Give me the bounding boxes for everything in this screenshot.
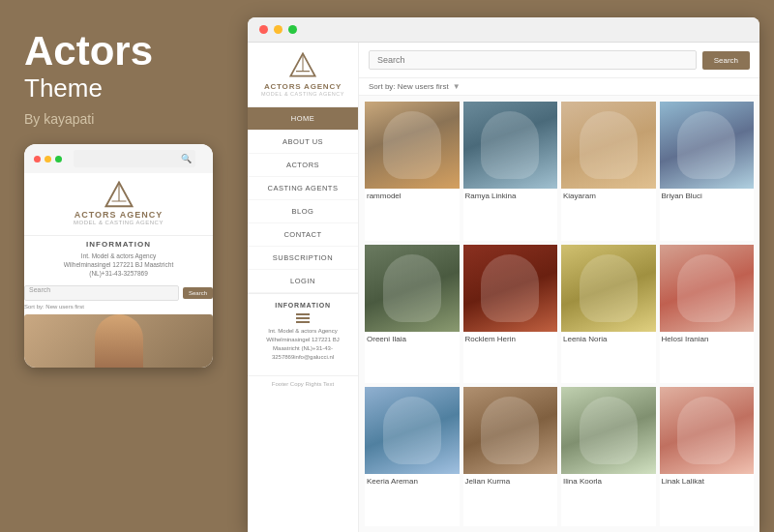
sidebar-item-subscription[interactable]: SUBSCRIPTION [248, 247, 358, 270]
actor-name: Helosi Iranian [660, 332, 755, 346]
actors-grid: rammodelRamya LinkinaKiayaramBriyan Bluc… [359, 96, 759, 532]
browser-chrome [248, 17, 759, 43]
hamburger-icon [296, 313, 310, 323]
mobile-agency-sub: MODEL & CASTING AGENCY [74, 220, 164, 225]
sidebar-nav: HOME ABOUT US ACTORS CASTING AGENTS BLOG… [248, 107, 358, 293]
actor-face-shape [677, 111, 735, 179]
browser-dot-yellow [274, 25, 283, 34]
hamburger-line-2 [296, 317, 310, 319]
mobile-search-row: Search Search [24, 285, 213, 301]
sidebar-agency-name: ACTORS AGENCY [264, 82, 342, 91]
actor-photo [660, 102, 755, 189]
actor-face-shape [481, 111, 539, 179]
actor-face-shape [580, 111, 638, 179]
search-input[interactable] [369, 50, 697, 70]
sidebar-logo-icon [289, 52, 316, 79]
actor-photo [365, 245, 460, 332]
browser-dot-red [259, 25, 268, 34]
actor-face-shape [580, 254, 638, 322]
actor-face-shape [580, 397, 638, 464]
sort-arrow-icon[interactable]: ▼ [453, 82, 461, 91]
browser-window: ACTORS AGENCY MODEL & CASTING AGENCY HOM… [248, 17, 759, 532]
actor-name: Rocklem Herin [463, 332, 558, 346]
sidebar-info-icon-area [255, 313, 350, 323]
actor-face-shape [677, 254, 735, 322]
browser-dot-green [288, 25, 297, 34]
actor-photo [660, 387, 755, 474]
actor-face-shape [481, 254, 539, 322]
actor-card[interactable]: rammodel [365, 102, 460, 241]
actor-card[interactable]: Rocklem Herin [463, 245, 558, 384]
actor-face-shape [677, 397, 735, 464]
mobile-search-input[interactable]: Search [24, 285, 179, 301]
author-credit: By kayapati [24, 111, 94, 127]
actor-card[interactable]: Oreeni Ilaia [365, 245, 460, 384]
actor-face-shape [383, 254, 441, 322]
actor-name: Oreeni Ilaia [365, 332, 460, 346]
sidebar-info-title: INFORMATION [255, 302, 350, 309]
mobile-actor-preview [24, 314, 213, 368]
actor-card[interactable]: Kiayaram [561, 102, 656, 241]
main-search-bar: Search [359, 43, 759, 78]
mobile-dot-red [34, 156, 41, 163]
actor-photo [561, 245, 656, 332]
sidebar-item-contact[interactable]: CONTACT [248, 223, 358, 247]
actor-photo [463, 102, 558, 189]
actor-card[interactable]: Briyan Bluci [660, 102, 755, 241]
main-subtitle: Theme [24, 74, 103, 103]
search-button[interactable]: Search [702, 51, 750, 70]
actor-name: rammodel [365, 189, 460, 203]
main-content: Search Sort by: New users first ▼ rammod… [359, 43, 759, 532]
left-panel: Actors Theme By kayapati 🔍 ACTORS AGENCY… [0, 0, 240, 532]
actor-card[interactable]: Leenia Noria [561, 245, 656, 384]
actor-name: Briyan Bluci [660, 189, 755, 203]
browser-sidebar: ACTORS AGENCY MODEL & CASTING AGENCY HOM… [248, 43, 359, 532]
mobile-search-button[interactable]: Search [183, 287, 213, 299]
actor-photo [660, 245, 755, 332]
sidebar-item-home[interactable]: HOME [248, 107, 358, 131]
actor-photo [561, 102, 656, 189]
mobile-dot-yellow [45, 156, 51, 163]
footer-copy: Footer Copy Rights Text [248, 375, 358, 392]
actor-photo [463, 387, 558, 474]
mobile-dot-green [55, 156, 62, 163]
actor-name: Keeria Areman [365, 474, 460, 488]
mobile-logo-area: ACTORS AGENCY MODEL & CASTING AGENCY [24, 173, 213, 229]
browser-body: ACTORS AGENCY MODEL & CASTING AGENCY HOM… [248, 43, 759, 532]
actor-name: Jelian Kurma [463, 474, 558, 488]
mobile-info-section: INFORMATION Int. Model & actors AgencyWi… [24, 235, 213, 278]
actor-card[interactable]: Ilina Koorla [561, 387, 656, 526]
actor-card[interactable]: Helosi Iranian [660, 245, 755, 384]
actor-photo [365, 387, 460, 474]
sidebar-item-casting[interactable]: CASTING AGENTS [248, 177, 358, 200]
mobile-sort-text: Sort by: New users first [24, 304, 213, 310]
sidebar-item-login[interactable]: LOGIN [248, 270, 358, 293]
sidebar-item-actors[interactable]: ACTORS [248, 154, 358, 177]
actor-card[interactable]: Linak Lalikat [660, 387, 755, 526]
sidebar-info-text: Int. Model & actors AgencyWilhelminasing… [255, 327, 350, 362]
actor-name: Ilina Koorla [561, 474, 656, 488]
mobile-top-bar: 🔍 [24, 144, 213, 173]
actor-face-shape [481, 397, 539, 464]
sidebar-item-blog[interactable]: BLOG [248, 200, 358, 223]
hamburger-line-3 [296, 321, 310, 323]
mobile-info-title: INFORMATION [24, 235, 213, 249]
mobile-face-shape [95, 314, 143, 368]
sort-bar: Sort by: New users first ▼ [359, 78, 759, 96]
hamburger-line-1 [296, 313, 310, 315]
sidebar-agency-sub: MODEL & CASTING AGENCY [261, 91, 344, 97]
mobile-logo-icon [104, 181, 134, 210]
actor-card[interactable]: Keeria Areman [365, 387, 460, 526]
mobile-info-text: Int. Model & actors AgencyWilhelminasing… [24, 251, 213, 278]
actor-name: Ramya Linkina [463, 189, 558, 203]
actor-photo [561, 387, 656, 474]
actor-name: Kiayaram [561, 189, 656, 203]
actor-name: Leenia Noria [561, 332, 656, 346]
main-title: Actors [24, 29, 153, 74]
sidebar-item-about[interactable]: ABOUT US [248, 131, 358, 154]
actor-card[interactable]: Jelian Kurma [463, 387, 558, 526]
mobile-search-icon: 🔍 [181, 154, 192, 163]
actor-face-shape [383, 397, 441, 464]
actor-name: Linak Lalikat [660, 474, 755, 488]
actor-card[interactable]: Ramya Linkina [463, 102, 558, 241]
